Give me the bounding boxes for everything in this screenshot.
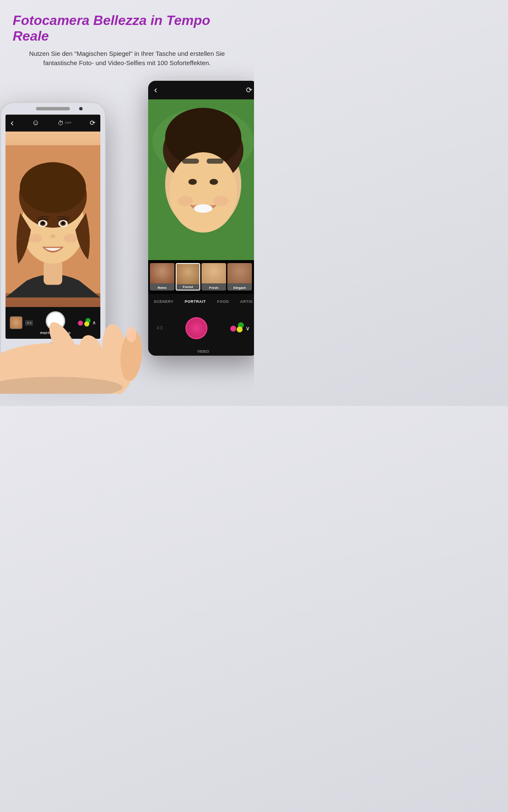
ratio-text-back: 4:3 (157, 326, 163, 330)
hand-area (0, 275, 157, 394)
svg-rect-9 (207, 159, 224, 164)
front-camera-flip-icon[interactable]: ⟳ (90, 119, 95, 127)
filter-forest-label: Forest (177, 285, 199, 289)
camera-flip-icon[interactable]: ⟳ (246, 85, 252, 95)
front-camera-dot (79, 107, 83, 110)
svg-point-10 (194, 204, 213, 213)
filter-strip-back: Retro Forest Fresh Elegant (148, 260, 254, 294)
front-timer-label: OFF (65, 121, 72, 125)
mode-food[interactable]: FOOD (217, 299, 229, 304)
filter-elegant-label: Elegant (227, 286, 252, 290)
svg-point-12 (213, 196, 229, 206)
filter-fresh[interactable]: Fresh (202, 263, 226, 291)
filter-forest[interactable]: Forest (176, 263, 200, 291)
hand-svg (0, 275, 157, 394)
filter-elegant[interactable]: Elegant (227, 263, 252, 291)
filter-fresh-label: Fresh (202, 286, 226, 290)
main-title: Fotocamera Bellezza in Tempo Reale (13, 13, 241, 44)
mode-artis[interactable]: ARTIS (240, 299, 253, 304)
back-face-svg (148, 99, 254, 260)
subtitle: Nutzen Sie den "Magischen Spiegel" in Ih… (13, 49, 241, 68)
svg-point-5 (169, 152, 237, 233)
front-notch (36, 107, 70, 110)
front-timer[interactable]: ⏱ OFF (58, 120, 72, 126)
svg-point-7 (210, 179, 218, 185)
svg-point-26 (64, 234, 77, 242)
svg-point-20 (41, 221, 44, 225)
color-dots-back: ∨ (230, 322, 250, 334)
back-icon[interactable]: ‹ (154, 85, 157, 96)
svg-point-32 (126, 327, 136, 342)
header-area: Fotocamera Bellezza in Tempo Reale Nutze… (0, 0, 254, 77)
front-topbar: ‹ ☺ ⏱ OFF ⟳ (6, 115, 100, 132)
svg-rect-8 (182, 159, 199, 164)
phone-back: ‹ ⟳ (148, 81, 254, 356)
svg-point-23 (61, 221, 65, 225)
mode-scenery[interactable]: SCENERY (154, 299, 174, 304)
front-back-icon[interactable]: ‹ (11, 118, 14, 129)
svg-point-17 (20, 162, 86, 213)
phones-area: ‹ ⟳ (0, 77, 254, 385)
svg-point-24 (50, 234, 55, 238)
video-label-back: VIDEO (197, 349, 209, 354)
back-phone-topbar: ‹ ⟳ (148, 81, 254, 99)
front-face-icon[interactable]: ☺ (32, 118, 39, 127)
back-phone-screen (148, 99, 254, 260)
bottom-controls-back: 4:3 ∨ (148, 309, 254, 347)
svg-point-11 (178, 196, 193, 206)
mode-portrait[interactable]: PORTRAIT (185, 299, 206, 304)
shutter-button-back[interactable] (185, 317, 207, 339)
mode-tabs-back: SCENERY PORTRAIT FOOD ARTIS (148, 294, 254, 309)
svg-point-6 (188, 179, 197, 185)
svg-point-25 (28, 234, 42, 242)
